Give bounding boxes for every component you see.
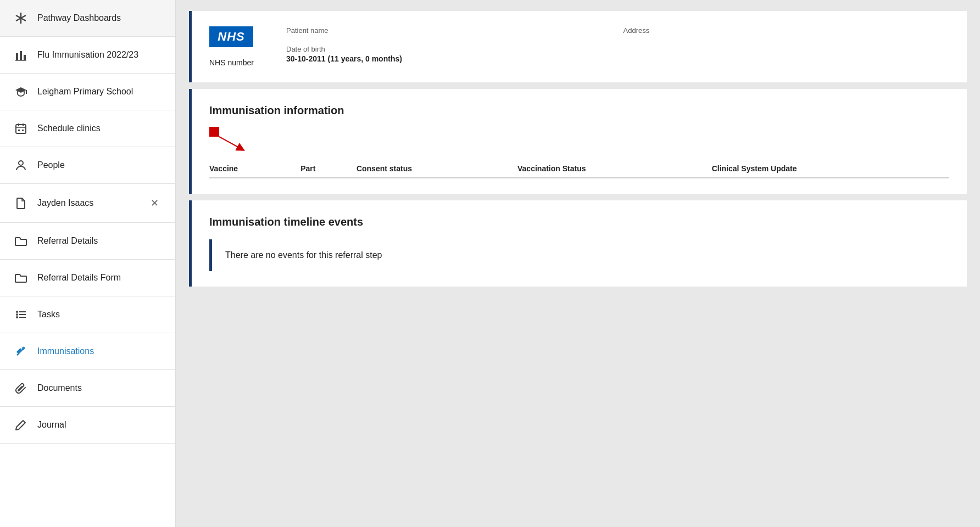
svg-rect-13 bbox=[18, 130, 20, 131]
sidebar-item-referral-details[interactable]: Referral Details bbox=[0, 223, 175, 260]
patient-address-section: Address bbox=[623, 26, 950, 36]
sidebar-item-label: Referral Details bbox=[37, 236, 98, 246]
sidebar-item-schedule-clinics[interactable]: Schedule clinics bbox=[0, 110, 175, 147]
timeline-empty-message: There are no events for this referral st… bbox=[225, 250, 936, 260]
list-icon bbox=[13, 309, 29, 321]
annotation-arrow bbox=[209, 127, 253, 153]
sidebar-item-label: Journal bbox=[37, 420, 66, 430]
svg-line-27 bbox=[219, 137, 241, 149]
svg-point-19 bbox=[16, 311, 18, 313]
sidebar-item-documents[interactable]: Documents bbox=[0, 370, 175, 407]
patient-name-label: Patient name bbox=[286, 26, 612, 35]
syringe-icon bbox=[13, 345, 29, 357]
sidebar-item-people[interactable]: People bbox=[0, 147, 175, 184]
svg-point-21 bbox=[16, 316, 18, 318]
sidebar-item-jayden-isaacs[interactable]: Jayden Isaacs ✕ bbox=[0, 184, 175, 223]
patient-name-section: Patient name bbox=[286, 26, 612, 36]
patient-dob-value: 30-10-2011 (11 years, 0 months) bbox=[286, 54, 612, 63]
sidebar: Pathway Dashboards Flu Immunisation 2022… bbox=[0, 0, 176, 527]
chart-icon bbox=[13, 49, 29, 61]
sidebar-item-referral-details-form[interactable]: Referral Details Form bbox=[0, 260, 175, 296]
sidebar-item-label: Schedule clinics bbox=[37, 124, 101, 133]
immunisation-table: Vaccine Part Consent status Vaccination … bbox=[209, 160, 949, 178]
svg-point-15 bbox=[19, 161, 23, 165]
svg-line-24 bbox=[17, 354, 19, 355]
svg-rect-5 bbox=[24, 55, 26, 60]
sidebar-item-label: Jayden Isaacs bbox=[37, 198, 93, 208]
folder-icon bbox=[13, 235, 29, 247]
sidebar-item-journal[interactable]: Journal bbox=[0, 407, 175, 444]
patient-dob-section: Date of birth 30-10-2011 (11 years, 0 mo… bbox=[286, 45, 612, 63]
nhs-number-label: NHS number bbox=[209, 58, 275, 67]
patient-dob-label: Date of birth bbox=[286, 45, 612, 53]
close-jayden-isaacs-button[interactable]: ✕ bbox=[147, 196, 162, 210]
sidebar-item-pathway-dashboards[interactable]: Pathway Dashboards bbox=[0, 0, 175, 37]
sidebar-item-label: Documents bbox=[37, 383, 82, 393]
immunisation-info-title: Immunisation information bbox=[209, 104, 949, 117]
col-vaccination-status: Vaccination Status bbox=[517, 160, 712, 178]
sidebar-item-label: Leigham Primary School bbox=[37, 87, 133, 97]
file-icon bbox=[13, 197, 29, 209]
svg-rect-3 bbox=[16, 53, 18, 60]
sidebar-item-tasks[interactable]: Tasks bbox=[0, 296, 175, 333]
svg-point-20 bbox=[16, 313, 18, 316]
col-consent-status: Consent status bbox=[357, 160, 517, 178]
timeline-empty-container: There are no events for this referral st… bbox=[209, 239, 949, 271]
immunisation-timeline-card: Immunisation timeline events There are n… bbox=[189, 200, 967, 287]
sidebar-item-flu-immunisation[interactable]: Flu Immunisation 2022/23 bbox=[0, 37, 175, 74]
nhs-logo: NHS bbox=[209, 26, 275, 47]
folder-form-icon bbox=[13, 272, 29, 284]
immunisation-timeline-title: Immunisation timeline events bbox=[209, 216, 949, 228]
sidebar-item-immunisations[interactable]: Immunisations bbox=[0, 333, 175, 370]
col-vaccine: Vaccine bbox=[209, 160, 300, 178]
annotation-container bbox=[209, 127, 949, 153]
sidebar-item-label: Flu Immunisation 2022/23 bbox=[37, 50, 138, 60]
graduation-icon bbox=[13, 86, 29, 98]
pen-icon bbox=[13, 419, 29, 431]
calendar-icon bbox=[13, 122, 29, 134]
nhs-section: NHS NHS number bbox=[209, 26, 275, 67]
svg-rect-14 bbox=[22, 130, 24, 131]
patient-info-card: NHS NHS number Patient name Address Date… bbox=[189, 11, 967, 82]
sidebar-item-label: Tasks bbox=[37, 310, 60, 319]
person-icon bbox=[13, 159, 29, 171]
sidebar-item-label: People bbox=[37, 160, 65, 170]
sidebar-item-leigham-primary[interactable]: Leigham Primary School bbox=[0, 74, 175, 110]
svg-rect-4 bbox=[20, 51, 22, 60]
svg-marker-7 bbox=[15, 87, 26, 93]
col-clinical-system-update: Clinical System Update bbox=[712, 160, 949, 178]
immunisation-info-card: Immunisation information Vaccine Part Co… bbox=[189, 89, 967, 194]
patient-address-label: Address bbox=[623, 26, 950, 35]
asterisk-icon bbox=[13, 12, 29, 24]
sidebar-item-label: Referral Details Form bbox=[37, 273, 121, 283]
sidebar-item-label: Immunisations bbox=[37, 346, 94, 356]
col-part: Part bbox=[300, 160, 357, 178]
sidebar-item-label: Pathway Dashboards bbox=[37, 13, 121, 23]
svg-rect-9 bbox=[16, 125, 26, 133]
main-content: NHS NHS number Patient name Address Date… bbox=[176, 0, 980, 527]
paperclip-icon bbox=[13, 382, 29, 394]
